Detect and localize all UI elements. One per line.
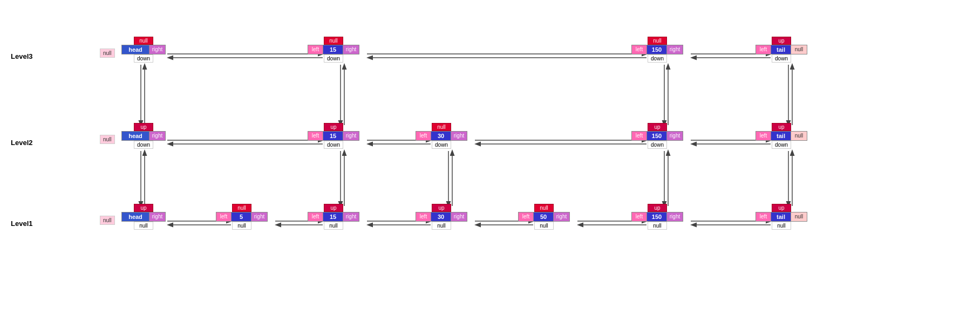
l3-15-left: left (308, 45, 323, 54)
l3-head-right: right (149, 45, 165, 54)
l2-30-bottom: down (432, 141, 451, 149)
l1-tail-top: up (772, 204, 791, 212)
l1-head-right: right (149, 212, 165, 221)
l1-5-center: 5 (232, 212, 251, 221)
l1-50-bottom: null (534, 222, 554, 230)
l3-tail-center: tail (771, 45, 791, 54)
l2-150-mid: left 150 right (631, 131, 683, 141)
l1-150-center: 150 (647, 212, 666, 221)
l3-head-bottom: down (134, 54, 153, 63)
l3-15-mid: left 15 right (308, 45, 359, 54)
l1-50-right: right (553, 212, 569, 221)
l3-150-mid: left 150 right (631, 45, 683, 54)
l2-head-mid: head right (121, 131, 166, 141)
l2-150-top: up (648, 123, 667, 131)
l3-150-left: left (632, 45, 647, 54)
l2-tail-node: up left tail null down (756, 123, 807, 149)
l1-head-node: up head right null (121, 204, 166, 230)
l3-head-mid: head right (121, 45, 166, 54)
l2-head-node: up head right down (121, 123, 166, 149)
l3-15-right: right (343, 45, 359, 54)
l2-tail-right: null (791, 132, 807, 140)
l1-150-mid: left 150 right (631, 212, 683, 222)
l1-30-top: up (432, 204, 451, 212)
l1-tail-bottom: null (772, 222, 791, 230)
l3-tail-left: left (756, 45, 771, 54)
l2-head-left-null: null (100, 135, 115, 144)
l3-tail-node: up left tail null down (756, 37, 807, 63)
l2-150-right: right (666, 132, 683, 140)
l2-30-mid: left 30 right (416, 131, 467, 141)
l3-15-center: 15 (323, 45, 343, 54)
l2-30-center: 30 (431, 132, 451, 140)
l1-head-bottom: null (134, 222, 153, 230)
l1-5-node: null left 5 right null (216, 204, 268, 230)
l1-30-right: right (451, 212, 467, 221)
l1-150-left: left (632, 212, 647, 221)
l2-15-node: up left 15 right down (308, 123, 359, 149)
l2-150-bottom: down (648, 141, 667, 149)
l3-150-node: null left 150 right down (631, 37, 683, 63)
l2-15-bottom: down (324, 141, 343, 149)
l2-head-top: up (134, 123, 153, 131)
l2-30-top: null (432, 123, 451, 131)
l2-tail-top: up (772, 123, 791, 131)
l1-5-right: right (251, 212, 267, 221)
l1-50-top: null (534, 204, 554, 212)
l1-tail-node: up left tail null null (756, 204, 807, 230)
l3-head-center: head (122, 45, 149, 54)
l2-head-right: right (149, 132, 165, 140)
l3-15-bottom: down (324, 54, 343, 63)
l1-head-top: up (134, 204, 153, 212)
level2-label: Level2 (11, 139, 32, 147)
l1-head-mid: head right (121, 212, 166, 222)
l1-50-left: left (519, 212, 534, 221)
l1-head-center: head (122, 212, 149, 221)
l1-30-node: up left 30 right null (416, 204, 467, 230)
l2-tail-center: tail (771, 132, 791, 140)
l2-head-center: head (122, 132, 149, 140)
l1-15-bottom: null (324, 222, 343, 230)
l3-head-top: null (134, 37, 153, 45)
l3-15-node: null left 15 right down (308, 37, 359, 63)
l3-tail-right: null (791, 45, 807, 54)
l2-30-left: left (416, 132, 431, 140)
l2-15-top: up (324, 123, 343, 131)
level3-label: Level3 (11, 52, 32, 60)
l3-tail-bottom: down (772, 54, 791, 63)
l1-5-mid: left 5 right (216, 212, 268, 222)
l2-30-node: null left 30 right down (416, 123, 467, 149)
l1-15-top: up (324, 204, 343, 212)
l1-5-left: left (216, 212, 232, 221)
l2-150-node: up left 150 right down (631, 123, 683, 149)
l1-5-top: null (232, 204, 251, 212)
l1-tail-mid: left tail null (756, 212, 807, 222)
l2-15-center: 15 (323, 132, 343, 140)
l1-tail-right: null (791, 212, 807, 221)
l1-tail-center: tail (771, 212, 791, 221)
l1-tail-left: left (756, 212, 771, 221)
l2-tail-mid: left tail null (756, 131, 807, 141)
l1-30-left: left (416, 212, 431, 221)
l3-head-left-null: null (100, 49, 115, 58)
l2-tail-bottom: down (772, 141, 791, 149)
l2-15-left: left (308, 132, 323, 140)
l2-tail-left: left (756, 132, 771, 140)
level1-label: Level1 (11, 219, 32, 228)
l1-50-center: 50 (534, 212, 553, 221)
l1-150-top: up (648, 204, 667, 212)
l1-50-mid: left 50 right (518, 212, 570, 222)
l1-150-right: right (666, 212, 683, 221)
l1-30-bottom: null (432, 222, 451, 230)
l1-5-bottom: null (232, 222, 251, 230)
l1-15-center: 15 (323, 212, 343, 221)
l1-30-mid: left 30 right (416, 212, 467, 222)
l3-15-top: null (324, 37, 343, 45)
l1-150-node: up left 150 right null (631, 204, 683, 230)
l1-15-node: up left 15 right null (308, 204, 359, 230)
l1-50-node: null left 50 right null (518, 204, 570, 230)
l3-150-center: 150 (647, 45, 666, 54)
l1-30-center: 30 (431, 212, 451, 221)
l3-150-bottom: down (648, 54, 667, 63)
l2-head-bottom: down (134, 141, 153, 149)
